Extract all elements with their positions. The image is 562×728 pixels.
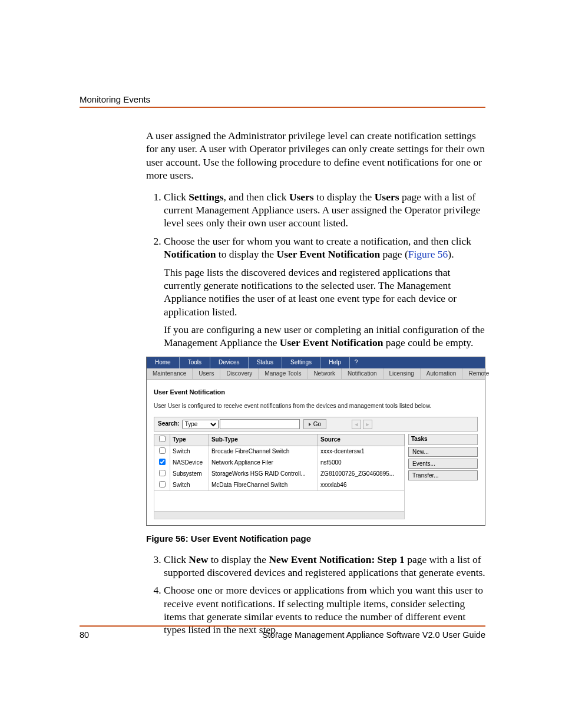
menu-devices[interactable]: Devices	[210, 357, 249, 368]
figure-56-link[interactable]: Figure 56	[408, 248, 448, 260]
table-row[interactable]: Switch McData FibreChannel Switch xxxxla…	[154, 480, 405, 491]
search-input[interactable]	[220, 419, 300, 429]
go-button[interactable]: Go	[303, 419, 326, 429]
submenu-notification[interactable]: Notification	[342, 368, 383, 380]
select-all-checkbox[interactable]	[159, 436, 166, 442]
page-prev-button[interactable]: ◄	[352, 420, 361, 429]
submenubar: Maintenance Users Discovery Manage Tools…	[147, 368, 485, 380]
step-3: Click New to display the New Event Notif…	[164, 553, 485, 579]
submenu-network[interactable]: Network	[308, 368, 342, 380]
page-number: 80	[80, 630, 89, 640]
table-row[interactable]: NASDevice Network Appliance Filer nsf500…	[154, 457, 405, 469]
submenu-licensing[interactable]: Licensing	[384, 368, 421, 380]
figure-caption: Figure 56: User Event Notification page	[146, 533, 485, 544]
intro-paragraph: A user assigned the Administrator privil…	[146, 129, 485, 182]
menu-question[interactable]: ?	[350, 357, 485, 368]
col-source[interactable]: Source	[318, 434, 405, 446]
pane-title: User Event Notification	[154, 388, 478, 396]
devices-table: Type Sub-Type Source Switch Brocade Fibr…	[154, 434, 405, 491]
pane-description: User User is configured to receive event…	[154, 403, 478, 410]
menu-help[interactable]: Help	[320, 357, 350, 368]
menu-home[interactable]: Home	[147, 357, 180, 368]
row-checkbox[interactable]	[159, 447, 166, 454]
submenu-users[interactable]: Users	[193, 368, 220, 380]
row-checkbox[interactable]	[159, 481, 166, 487]
tasks-header: Tasks	[408, 434, 478, 445]
menu-settings[interactable]: Settings	[282, 357, 320, 368]
table-row[interactable]: Subsystem StorageWorks HSG RAID Controll…	[154, 469, 405, 480]
step-2-para-2: If you are configuring a new user or com…	[164, 323, 485, 350]
task-transfer-button[interactable]: Transfer...	[408, 470, 478, 480]
search-toolbar: Search: Type Go ◄ ►	[154, 417, 478, 431]
menu-tools[interactable]: Tools	[180, 357, 210, 368]
menu-status[interactable]: Status	[249, 357, 282, 368]
table-row[interactable]: Switch Brocade FibreChannel Switch xxxx-…	[154, 446, 405, 457]
submenu-manage-tools[interactable]: Manage Tools	[259, 368, 308, 380]
col-type[interactable]: Type	[170, 434, 209, 446]
page-next-button[interactable]: ►	[363, 420, 372, 429]
footer-rule	[80, 625, 485, 627]
submenu-maintenance[interactable]: Maintenance	[147, 368, 193, 380]
search-type-select[interactable]: Type	[182, 420, 219, 429]
step-1: Click Settings, and then click Users to …	[164, 190, 485, 230]
row-checkbox[interactable]	[159, 470, 166, 476]
col-subtype[interactable]: Sub-Type	[209, 434, 318, 446]
step-2-para-1: This page lists the discovered devices a…	[164, 266, 485, 319]
search-label: Search:	[158, 420, 180, 428]
row-checkbox[interactable]	[159, 459, 166, 465]
submenu-automation[interactable]: Automation	[421, 368, 463, 380]
submenu-remote[interactable]: Remote	[462, 368, 495, 380]
header-rule	[80, 107, 485, 108]
figure-56: Home Tools Devices Status Settings Help …	[146, 357, 485, 526]
step-2: Choose the user for whom you want to cre…	[164, 235, 485, 350]
doc-title: Storage Management Appliance Software V2…	[262, 630, 485, 640]
menubar: Home Tools Devices Status Settings Help …	[147, 357, 485, 368]
task-new-button[interactable]: New...	[408, 447, 478, 457]
running-head: Monitoring Events	[80, 94, 485, 104]
submenu-discovery[interactable]: Discovery	[220, 368, 259, 380]
task-events-button[interactable]: Events...	[408, 459, 478, 469]
